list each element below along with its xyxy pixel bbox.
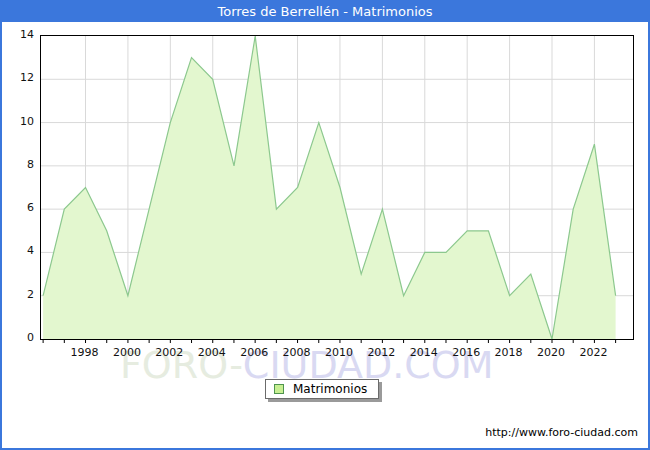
legend-label: Matrimonios (293, 382, 367, 396)
area-chart-svg (41, 36, 633, 339)
x-tick-label: 2016 (446, 346, 486, 359)
x-tick-label: 2022 (573, 346, 613, 359)
chart-window: Torres de Berrellén - Matrimonios FORO-C… (0, 0, 650, 450)
y-tick-label: 6 (4, 201, 34, 214)
x-tick-label: 2008 (277, 346, 317, 359)
x-tick-label: 2010 (319, 346, 359, 359)
y-tick-label: 2 (4, 288, 34, 301)
legend: Matrimonios (265, 379, 379, 399)
x-tick-label: 2020 (531, 346, 571, 359)
y-tick-label: 8 (4, 158, 34, 171)
x-tick-label: 1998 (65, 346, 105, 359)
y-tick-label: 4 (4, 244, 34, 257)
footer-url: http://www.foro-ciudad.com (485, 426, 638, 439)
x-tick-label: 2012 (361, 346, 401, 359)
chart-title: Torres de Berrellén - Matrimonios (2, 2, 648, 22)
plot-area (40, 35, 634, 340)
x-tick-label: 2002 (149, 346, 189, 359)
x-tick-label: 2000 (107, 346, 147, 359)
x-tick-label: 2018 (489, 346, 529, 359)
x-tick-label: 2006 (234, 346, 274, 359)
x-tick-label: 2004 (192, 346, 232, 359)
legend-swatch-icon (274, 384, 284, 394)
y-tick-label: 0 (4, 331, 34, 344)
x-tick-label: 2014 (404, 346, 444, 359)
y-tick-label: 10 (4, 115, 34, 128)
y-tick-label: 14 (4, 28, 34, 41)
y-tick-label: 12 (4, 71, 34, 84)
